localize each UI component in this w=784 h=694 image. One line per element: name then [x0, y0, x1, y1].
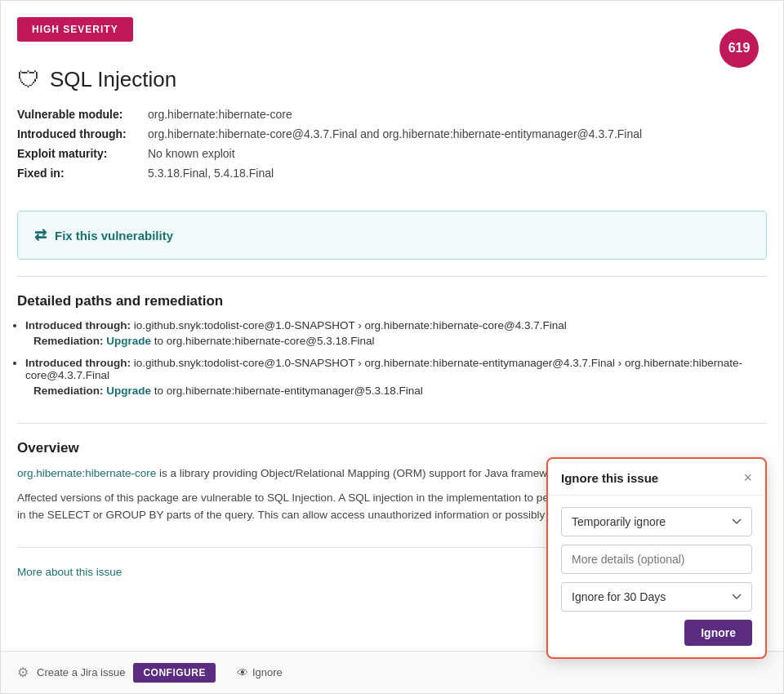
vulnerable-module-label: Vulnerable module:	[17, 108, 148, 121]
ignore-button[interactable]: 👁 Ignore	[237, 666, 283, 679]
popup-title: Ignore this issue	[561, 471, 658, 485]
meta-table: Vulnerable module: org.hibernate:hiberna…	[1, 108, 783, 202]
popup-header: Ignore this issue ×	[548, 459, 765, 496]
overview-text-suffix: is a library providing Object/Relational…	[156, 467, 571, 479]
meta-row-introduced: Introduced through: org.hibernate:hibern…	[17, 127, 767, 140]
remediation-label-2: Remediation:	[33, 385, 104, 397]
title-row: 🛡 SQL Injection	[1, 58, 783, 108]
overview-divider	[17, 423, 767, 424]
path-intro-2: Introduced through: io.github.snyk:todol…	[25, 357, 767, 381]
paths-list: Introduced through: io.github.snyk:todol…	[1, 319, 783, 415]
more-details-input[interactable]	[561, 545, 752, 574]
popup-ignore-button[interactable]: Ignore	[684, 620, 752, 646]
remediation-label-1: Remediation:	[33, 335, 104, 347]
meta-row-fixed: Fixed in: 5.3.18.Final, 5.4.18.Final	[17, 167, 767, 180]
path-remediation-1: Remediation: Upgrade to org.hibernate:hi…	[25, 335, 767, 347]
ignore-type-select-wrapper: Temporarily ignore Permanently ignore No…	[561, 507, 752, 536]
issue-title: SQL Injection	[50, 67, 176, 92]
shield-icon: 🛡	[17, 66, 40, 93]
severity-badge: HIGH SEVERITY	[17, 17, 133, 42]
upgrade-link-1[interactable]: Upgrade	[106, 335, 151, 347]
meta-row-exploit: Exploit maturity: No known exploit	[17, 147, 767, 160]
list-item: Introduced through: io.github.snyk:todol…	[25, 357, 767, 397]
jira-icon: ⚙	[17, 665, 29, 680]
overview-title: Overview	[17, 440, 767, 456]
ignore-duration-select-wrapper: Ignore for 30 Days Ignore for 14 Days Ig…	[561, 582, 752, 612]
fix-vulnerability-box[interactable]: ⇄ Fix this vulnerability	[17, 211, 767, 260]
introduced-through-value: org.hibernate:hibernate-core@4.3.7.Final…	[148, 127, 642, 140]
upgrade-target-1: to org.hibernate:hibernate-core@5.3.18.F…	[154, 335, 375, 347]
eye-icon: 👁	[237, 666, 248, 679]
list-item: Introduced through: io.github.snyk:todol…	[25, 319, 767, 347]
ignore-popup: Ignore this issue × Temporarily ignore P…	[546, 457, 767, 659]
upgrade-link-2[interactable]: Upgrade	[106, 385, 151, 397]
upgrade-target-2: to org.hibernate:hibernate-entitymanager…	[154, 385, 423, 397]
ignore-link-label: Ignore	[252, 666, 283, 678]
fixed-in-label: Fixed in:	[17, 167, 148, 180]
page-container: HIGH SEVERITY 619 🛡 SQL Injection Vulner…	[0, 0, 784, 694]
fix-vulnerability-label: Fix this vulnerability	[55, 229, 173, 242]
more-about-link[interactable]: More about this issue	[17, 566, 122, 578]
path-intro-value-1: io.github.snyk:todolist-core@1.0-SNAPSHO…	[134, 319, 567, 331]
meta-row-module: Vulnerable module: org.hibernate:hiberna…	[17, 108, 767, 121]
fix-icon: ⇄	[34, 226, 47, 244]
ignore-type-select[interactable]: Temporarily ignore Permanently ignore No…	[561, 507, 752, 536]
hibernate-core-link[interactable]: org.hibernate:hibernate-core	[17, 467, 156, 479]
exploit-maturity-label: Exploit maturity:	[17, 147, 148, 160]
configure-button[interactable]: CONFIGURE	[133, 663, 216, 683]
popup-body: Temporarily ignore Permanently ignore No…	[548, 496, 765, 657]
introduced-through-label: Introduced through:	[17, 127, 148, 140]
jira-label: Create a Jira issue	[37, 666, 125, 678]
exploit-maturity-value: No known exploit	[148, 147, 235, 160]
fixed-in-value: 5.3.18.Final, 5.4.18.Final	[148, 167, 274, 180]
introduced-through-label-2: Introduced through:	[25, 357, 131, 369]
path-intro-1: Introduced through: io.github.snyk:todol…	[25, 319, 767, 331]
issue-count-badge: 619	[719, 29, 759, 68]
popup-close-button[interactable]: ×	[743, 470, 752, 485]
path-remediation-2: Remediation: Upgrade to org.hibernate:hi…	[25, 385, 767, 397]
detailed-paths-title: Detailed paths and remediation	[1, 285, 783, 319]
introduced-through-label-1: Introduced through:	[25, 319, 131, 331]
divider	[17, 276, 767, 277]
path-intro-value-2: io.github.snyk:todolist-core@1.0-SNAPSHO…	[25, 357, 742, 381]
vulnerable-module-value: org.hibernate:hibernate-core	[148, 108, 292, 121]
ignore-duration-select[interactable]: Ignore for 30 Days Ignore for 14 Days Ig…	[561, 582, 752, 612]
